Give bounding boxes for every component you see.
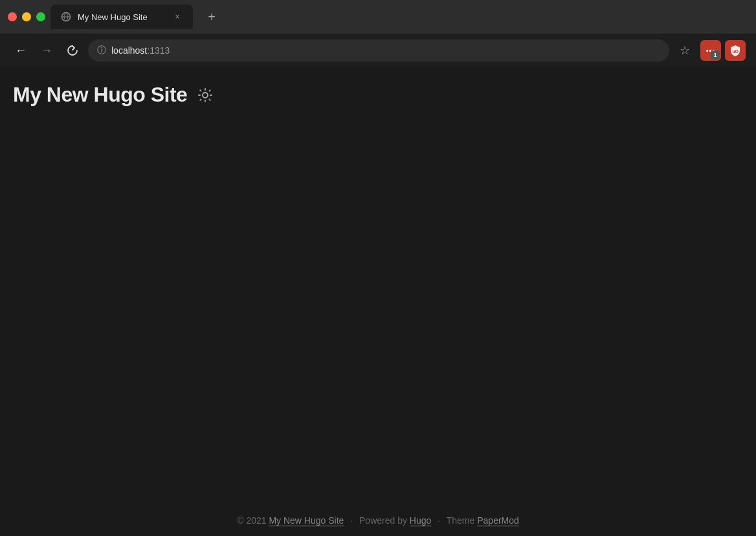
dots-badge: 1 [711,50,720,60]
page-content: My New Hugo Site © 2021 My New Hugo Site… [0,67,756,536]
address-port: :1313 [147,45,170,56]
site-title: My New Hugo Site [13,83,187,107]
maximize-window-button[interactable] [36,12,45,21]
svg-line-9 [201,99,201,100]
address-bar[interactable]: ⓘ localhost:1313 [88,39,669,61]
close-window-button[interactable] [8,12,17,21]
bookmark-button[interactable]: ☆ [674,40,695,61]
minimize-window-button[interactable] [22,12,31,21]
theme-toggle-button[interactable] [196,86,214,104]
svg-text:uO: uO [732,49,739,54]
svg-line-10 [210,90,210,91]
footer-hugo-link[interactable]: Hugo [410,515,431,526]
traffic-lights [8,12,45,21]
tab-close-button[interactable]: × [172,12,183,22]
info-icon: ⓘ [97,45,106,56]
footer-theme-prefix: Theme [447,515,475,526]
footer-site-link[interactable]: My New Hugo Site [269,515,344,526]
footer-dot-2: · [438,515,440,526]
extension-buttons: ••• 1 uO [700,40,746,61]
shield-extension-button[interactable]: uO [725,40,746,61]
back-button[interactable]: ← [10,40,31,61]
address-text: localhost:1313 [111,45,170,56]
footer-copyright: © 2021 [237,515,266,526]
shield-icon: uO [729,44,742,57]
site-header: My New Hugo Site [0,67,756,120]
svg-line-7 [201,90,201,91]
site-footer: © 2021 My New Hugo Site · Powered by Hug… [0,505,756,536]
address-host: localhost [111,45,147,56]
title-bar: My New Hugo Site × + [0,0,756,34]
browser-toolbar: ← → ⓘ localhost:1313 ☆ ••• 1 [0,34,756,67]
forward-button[interactable]: → [36,40,57,61]
new-tab-button[interactable]: + [201,6,223,28]
dots-extension-button[interactable]: ••• 1 [700,40,721,61]
svg-line-8 [210,99,210,100]
svg-point-2 [203,93,208,98]
footer-powered-by: Powered by [359,515,407,526]
browser-tab[interactable]: My New Hugo Site × [50,5,193,29]
browser-chrome: My New Hugo Site × + ← → ⓘ localhost:131… [0,0,756,67]
tab-favicon-icon [61,12,71,22]
footer-dot-1: · [350,515,353,526]
page-body [0,120,756,505]
footer-theme-link[interactable]: PaperMod [477,515,519,526]
tab-title: My New Hugo Site [78,12,166,22]
reload-button[interactable] [62,40,83,61]
